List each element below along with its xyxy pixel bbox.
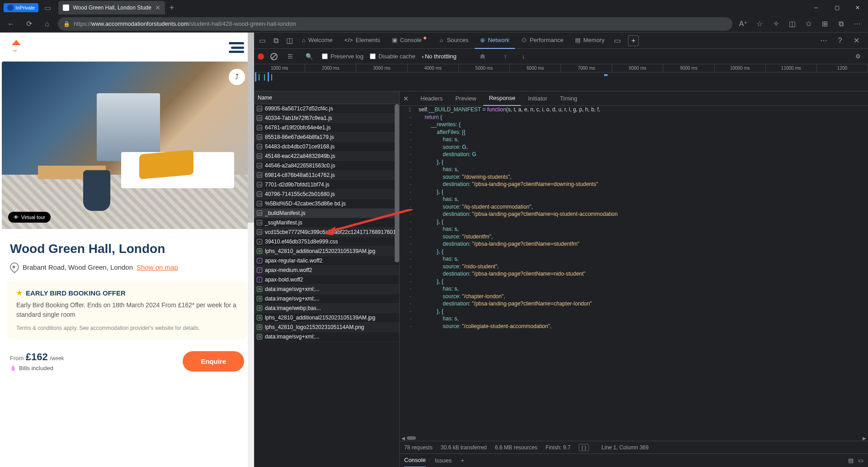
request-row[interactable]: JS44546-a2a84226581563c0.js bbox=[254, 161, 399, 171]
maximize-button[interactable]: ▢ bbox=[826, 0, 847, 15]
drawer-issues-tab[interactable]: Issues bbox=[435, 457, 452, 464]
request-row[interactable]: Tapax-bold.woff2 bbox=[254, 275, 399, 285]
new-tab-button[interactable]: + bbox=[170, 3, 175, 13]
tab-elements[interactable]: </>Elements bbox=[339, 33, 386, 49]
request-row[interactable]: JS85518-86e67de64b8fa179.js bbox=[254, 133, 399, 142]
request-row[interactable]: JS45148-eac422a84832849b.js bbox=[254, 152, 399, 161]
request-row[interactable]: JS_ssgManifest.js bbox=[254, 218, 399, 228]
wifi-icon[interactable]: ⋒ bbox=[476, 50, 489, 63]
extensions-icon[interactable]: ✧ bbox=[769, 17, 783, 31]
inspect-icon[interactable]: ▭ bbox=[256, 34, 269, 47]
devtools-panel: ▭ ⧉ ◫ ⌂Welcome </>Elements ▣Console ☼Sou… bbox=[254, 33, 868, 467]
tab-sources[interactable]: ☼Sources bbox=[434, 33, 474, 49]
tab-network[interactable]: ⊕Network bbox=[475, 33, 515, 49]
app-icon[interactable]: ▭ bbox=[611, 34, 623, 47]
url-input[interactable]: 🔒 https://www.accommodationforstudents.c… bbox=[58, 17, 732, 31]
record-button[interactable] bbox=[258, 53, 264, 60]
tab-headers[interactable]: Headers bbox=[415, 91, 448, 106]
request-scrollbar[interactable] bbox=[395, 104, 399, 262]
request-row[interactable]: JSvcd15cbe7772f49c399c6a5babf22c12417176… bbox=[254, 228, 399, 237]
request-row[interactable]: JS54483-dcb4dbc071ce9168.js bbox=[254, 142, 399, 152]
request-row[interactable]: #39410.ef46db3751d8e999.css bbox=[254, 237, 399, 247]
request-row[interactable]: ▨data:image/svg+xml;... bbox=[254, 294, 399, 304]
preserve-log-checkbox[interactable]: Preserve log bbox=[322, 53, 363, 60]
devtools-tabs: ▭ ⧉ ◫ ⌂Welcome </>Elements ▣Console ☼Sou… bbox=[254, 33, 868, 49]
device-icon[interactable]: ⧉ bbox=[269, 34, 282, 47]
tab-timing[interactable]: Timing bbox=[555, 91, 583, 106]
virtual-tour-button[interactable]: 👁Virtual tour bbox=[8, 212, 51, 223]
link-icon[interactable]: ⧉ bbox=[834, 17, 848, 31]
request-row[interactable]: Tapax-regular-italic.woff2 bbox=[254, 256, 399, 266]
throttling-select[interactable]: No throttling bbox=[422, 53, 457, 60]
enquire-button[interactable]: Enquire bbox=[183, 351, 244, 372]
search-icon[interactable]: 🔍 bbox=[303, 50, 316, 63]
split-icon[interactable]: ◫ bbox=[785, 17, 799, 31]
code-view[interactable]: 1----------------------------- self.__BU… bbox=[400, 106, 868, 435]
request-row[interactable]: JS69814-c876b48a611c4762.js bbox=[254, 171, 399, 180]
request-row[interactable]: ▨data:image/svg+xml;... bbox=[254, 285, 399, 294]
close-window-button[interactable]: ✕ bbox=[847, 0, 868, 15]
tab-console[interactable]: ▣Console bbox=[387, 33, 433, 49]
tab-response[interactable]: Response bbox=[483, 91, 521, 106]
page-scrollbar[interactable] bbox=[248, 33, 254, 467]
clear-button[interactable] bbox=[270, 53, 278, 60]
request-row[interactable]: ▨lphs_42810_logo2152023105114AM.png bbox=[254, 323, 399, 332]
request-name: data:image/svg+xml;... bbox=[265, 334, 319, 340]
request-row[interactable]: ▨data:image/webp;bas... bbox=[254, 304, 399, 313]
request-row[interactable]: JS_buildManifest.js bbox=[254, 209, 399, 218]
filter-icon[interactable]: ☰ bbox=[284, 50, 297, 63]
drawer-add-button[interactable]: + bbox=[461, 457, 464, 464]
request-row[interactable]: JS40796-714155c5c2b01680.js bbox=[254, 190, 399, 199]
refresh-button[interactable]: ⟳ bbox=[22, 17, 36, 31]
close-icon[interactable]: ✕ bbox=[155, 4, 160, 11]
tab-actions-icon[interactable]: ▭ bbox=[40, 0, 55, 15]
request-row[interactable]: JS%5Bid%5D-42cabec35d86e bd.js bbox=[254, 199, 399, 209]
drawer-expand-icon[interactable]: ▭ bbox=[858, 457, 863, 464]
horizontal-scrollbar[interactable]: ◀ ▶ bbox=[400, 435, 868, 441]
dock-icon[interactable]: ◫ bbox=[283, 34, 296, 47]
download-icon[interactable]: ↓ bbox=[517, 50, 530, 63]
tab-preview[interactable]: Preview bbox=[450, 91, 481, 106]
request-row[interactable]: ▨data:image/svg+xml;... bbox=[254, 332, 399, 342]
performance-icon: ⏲ bbox=[521, 37, 527, 43]
tab-initiator[interactable]: Initiator bbox=[523, 91, 553, 106]
browser-tab[interactable]: Wood Green Hall, London Stude ✕ bbox=[58, 1, 165, 14]
settings-icon[interactable]: ⚙ bbox=[852, 50, 864, 63]
add-tab-button[interactable]: + bbox=[628, 35, 639, 46]
show-on-map-link[interactable]: Show on map bbox=[137, 263, 178, 271]
img-file-icon: ▨ bbox=[257, 305, 262, 311]
request-row[interactable]: JS40334-7ab1fe72f67c9ea1.js bbox=[254, 114, 399, 123]
site-logo[interactable] bbox=[8, 40, 24, 55]
request-row[interactable]: JS64781-af19f20bfc64e4e1.js bbox=[254, 123, 399, 133]
tab-performance[interactable]: ⏲Performance bbox=[516, 33, 569, 49]
collections-icon[interactable]: ⊞ bbox=[817, 17, 832, 31]
network-timeline[interactable]: 1000 ms2000 ms3000 ms4000 ms5000 ms6000 … bbox=[254, 64, 868, 91]
home-button[interactable]: ⌂ bbox=[40, 17, 54, 31]
read-aloud-icon[interactable]: A⁺ bbox=[736, 17, 750, 31]
back-button[interactable]: ← bbox=[4, 17, 18, 31]
disable-cache-checkbox[interactable]: Disable cache bbox=[370, 53, 415, 60]
drawer-issues-icon[interactable]: ▤ bbox=[848, 457, 854, 464]
tab-welcome[interactable]: ⌂Welcome bbox=[297, 33, 338, 49]
drawer-console-tab[interactable]: Console bbox=[404, 454, 426, 467]
upload-icon[interactable]: ↑ bbox=[499, 50, 512, 63]
tab-memory[interactable]: ▤Memory bbox=[570, 33, 610, 49]
close-devtools-icon[interactable]: ✕ bbox=[850, 34, 863, 47]
pretty-print-button[interactable]: { } bbox=[579, 444, 589, 451]
request-row[interactable]: ▨lphs_42810_additional2152023105139AM.jp… bbox=[254, 313, 399, 323]
close-panel-icon[interactable]: ✕ bbox=[403, 95, 409, 102]
request-list-header[interactable]: Name bbox=[254, 91, 399, 104]
more-tools-icon[interactable]: ⋯ bbox=[817, 34, 830, 47]
favorite-icon[interactable]: ☆ bbox=[752, 17, 767, 31]
request-row[interactable]: Tapax-medium.woff2 bbox=[254, 266, 399, 275]
hamburger-menu-icon[interactable] bbox=[229, 42, 244, 53]
help-icon[interactable]: ? bbox=[834, 34, 846, 47]
minimize-button[interactable]: ─ bbox=[806, 0, 826, 15]
request-row[interactable]: JS69905-8a5671c27d52cf4c.js bbox=[254, 104, 399, 114]
favorites-bar-icon[interactable]: ✩ bbox=[801, 17, 816, 31]
request-row[interactable]: JS7701-d2d9b7bfdd11bf74.js bbox=[254, 180, 399, 190]
more-icon[interactable]: ⋯ bbox=[850, 17, 864, 31]
request-row[interactable]: ▨lphs_42810_additional2152023105139AM.jp… bbox=[254, 247, 399, 256]
finish-time: Finish: 9.7 bbox=[546, 444, 571, 451]
share-button[interactable]: ⤴ bbox=[229, 69, 245, 85]
